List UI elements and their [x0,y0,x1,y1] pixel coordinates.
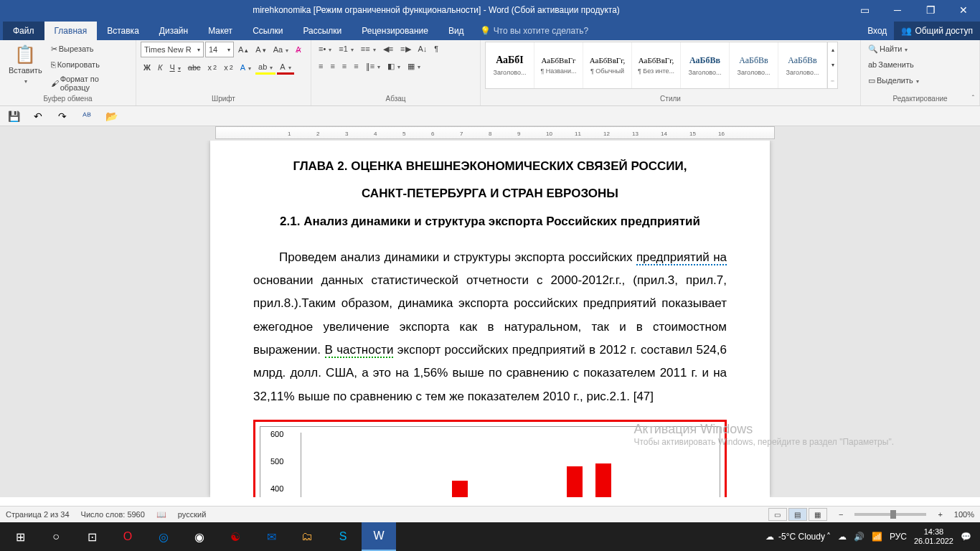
tray-notifications-icon[interactable]: 💬 [961,532,971,542]
font-size-select[interactable]: 14▾ [205,42,234,57]
status-language[interactable]: русский [178,510,206,519]
show-marks-button[interactable]: ¶ [431,42,441,56]
share-button[interactable]: 👥 Общий доступ [894,22,980,40]
zoom-level[interactable]: 100% [954,510,974,519]
highlight-button[interactable]: ab [255,60,275,75]
chart-figure[interactable]: 600 500 400 [253,420,727,497]
taskbar-app-opera[interactable]: O [110,522,145,551]
replace-button[interactable]: abЗаменить [865,57,975,72]
align-left-button[interactable]: ≡ [316,59,326,73]
style-item-3[interactable]: АаБбВвГг,¶ Без инте... [632,42,681,88]
zoom-in-button[interactable]: + [938,510,942,519]
style-item-4[interactable]: АаБбВвЗаголово... [681,42,730,88]
tab-layout[interactable]: Макет [198,22,242,40]
tab-review[interactable]: Рецензирование [352,22,438,40]
tray-volume-icon[interactable]: 🔊 [854,532,864,542]
shrink-font-button[interactable]: A▾ [253,42,268,57]
align-center-button[interactable]: ≡ [327,59,337,73]
select-button[interactable]: ▭Выделить [865,73,975,88]
start-button[interactable]: ⊞ [3,522,37,551]
style-item-0[interactable]: АаБбІЗаголово... [486,42,534,88]
find-button[interactable]: 🔍Найти [865,42,975,56]
tab-file[interactable]: Файл [3,22,44,40]
taskbar-app-browser[interactable]: ☯ [218,522,253,551]
task-view-button[interactable]: ⊡ [75,522,109,551]
superscript-button[interactable]: x2 [221,60,236,75]
tab-references[interactable]: Ссылки [242,22,293,40]
styles-scroll[interactable]: ▴▾⎓ [827,42,837,88]
qat-save[interactable]: 💾 [6,108,22,124]
subscript-button[interactable]: x2 [205,60,220,75]
italic-button[interactable]: К [155,60,165,75]
change-case-button[interactable]: Aa [270,42,291,57]
taskbar-app-chrome[interactable]: ◉ [182,522,217,551]
qat-open[interactable]: 📂 [103,108,119,124]
tab-insert[interactable]: Вставка [97,22,149,40]
style-item-6[interactable]: АаБбВвЗаголово... [778,42,827,88]
format-painter-button[interactable]: 🖌Формат по образцу [48,73,131,93]
style-item-2[interactable]: АаБбВвГг,¶ Обычный [583,42,632,88]
zoom-slider[interactable] [854,513,926,516]
page[interactable]: ГЛАВА 2. ОЦЕНКА ВНЕШНЕЭКОНОМИЧЕСКИХ СВЯЗ… [210,141,770,497]
text-effects-button[interactable]: A [237,60,254,75]
horizontal-ruler[interactable]: 123 456 789 101112 131415 16 [215,126,775,139]
tab-view[interactable]: Вид [438,22,474,40]
tab-home[interactable]: Главная [44,22,98,40]
ribbon-display-options[interactable]: ▭ [848,0,881,20]
proofing-icon[interactable]: 📖 [156,510,166,519]
borders-button[interactable]: ▦ [405,59,423,73]
copy-button[interactable]: ⎘Копировать [48,57,131,72]
zoom-thumb[interactable] [890,510,896,519]
styles-gallery[interactable]: АаБбІЗаголово... АаБбВвГг¶ Названи... Аа… [485,42,838,89]
taskbar-app-mail[interactable]: ✉ [254,522,288,551]
tab-design[interactable]: Дизайн [149,22,198,40]
qat-spelling[interactable]: ᴬᴮ [79,108,95,124]
view-print-layout[interactable]: ▤ [788,508,807,521]
sort-button[interactable]: A↓ [415,42,430,56]
style-item-1[interactable]: АаБбВвГг¶ Названи... [534,42,583,88]
shading-button[interactable]: ◧ [385,59,403,73]
font-name-select[interactable]: Times New R▾ [141,42,204,57]
bullets-button[interactable]: ≡• [316,42,334,56]
restore-button[interactable]: ❐ [914,0,947,20]
taskbar-app-word[interactable]: W [362,522,396,551]
qat-undo[interactable]: ↶ [30,108,46,124]
taskbar-app-explorer[interactable]: 🗂 [290,522,324,551]
search-button[interactable]: ○ [39,522,73,551]
zoom-out-button[interactable]: − [839,510,843,519]
style-item-5[interactable]: АаБбВвЗаголово... [730,42,778,88]
clear-formatting-button[interactable]: A̷ [293,42,304,57]
cut-button[interactable]: ✂Вырезать [48,42,131,56]
tray-wifi-icon[interactable]: 📶 [872,532,882,542]
collapse-ribbon-button[interactable]: ˆ [969,93,977,104]
paste-button[interactable]: 📋 Вставить [4,42,47,88]
sign-in-button[interactable]: Вход [860,22,894,40]
line-spacing-button[interactable]: ‖≡ [363,59,383,73]
minimize-button[interactable]: ─ [881,0,914,20]
tray-ime[interactable]: РУС [890,532,907,542]
strikethrough-button[interactable]: abc [185,60,204,75]
tab-mailings[interactable]: Рассылки [293,22,352,40]
view-web-layout[interactable]: ▦ [809,508,827,521]
numbering-button[interactable]: ≡1 [336,42,357,56]
tray-clock[interactable]: 14:38 26.01.2022 [914,527,953,546]
underline-button[interactable]: Ч [166,60,183,75]
status-page[interactable]: Страница 2 из 34 [6,510,70,519]
taskbar-app-skype[interactable]: S [326,522,360,551]
qat-redo[interactable]: ↷ [55,108,70,124]
grow-font-button[interactable]: A▴ [235,42,251,57]
close-button[interactable]: ✕ [947,0,980,20]
tray-onedrive-icon[interactable]: ☁ [838,532,847,542]
tray-chevron-up-icon[interactable]: ˄ [826,532,831,542]
bold-button[interactable]: Ж [141,60,154,75]
paste-dropdown[interactable] [23,76,27,85]
taskbar-weather[interactable]: ☁ -5°C Cloudy [765,532,825,542]
increase-indent-button[interactable]: ≡▶ [397,42,413,56]
align-right-button[interactable]: ≡ [339,59,349,73]
font-color-button[interactable]: A [277,60,293,75]
decrease-indent-button[interactable]: ◀≡ [380,42,396,56]
status-word-count[interactable]: Число слов: 5960 [81,510,145,519]
vertical-ruler[interactable] [0,141,14,497]
taskbar-app-edge[interactable]: ◎ [146,522,181,551]
multilevel-button[interactable]: ≡≡ [358,42,379,56]
